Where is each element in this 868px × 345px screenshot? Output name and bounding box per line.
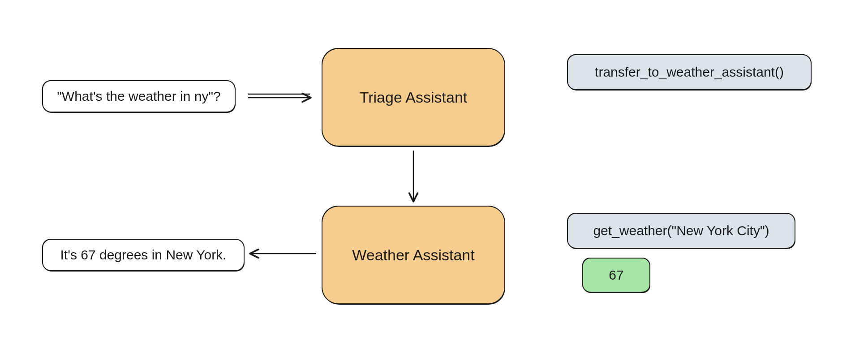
user-query-text: "What's the weather in ny"? — [57, 88, 221, 105]
weather-assistant-label: Weather Assistant — [352, 246, 474, 265]
diagram-canvas: "What's the weather in ny"? Triage Assis… — [0, 0, 868, 345]
weather-result-text: 67 — [609, 267, 623, 284]
weather-result-node: 67 — [582, 258, 650, 293]
get-weather-call-node: get_weather("New York City") — [567, 213, 795, 249]
triage-assistant-node: Triage Assistant — [322, 48, 505, 147]
user-query-node: "What's the weather in ny"? — [42, 80, 236, 112]
final-answer-text: It's 67 degrees in New York. — [60, 246, 227, 263]
transfer-call-node: transfer_to_weather_assistant() — [567, 54, 812, 90]
transfer-call-text: transfer_to_weather_assistant() — [595, 64, 784, 81]
triage-assistant-label: Triage Assistant — [360, 88, 468, 107]
get-weather-call-text: get_weather("New York City") — [593, 222, 769, 239]
final-answer-node: It's 67 degrees in New York. — [42, 239, 245, 271]
weather-assistant-node: Weather Assistant — [322, 206, 505, 304]
arrow-query-to-triage — [248, 94, 310, 98]
